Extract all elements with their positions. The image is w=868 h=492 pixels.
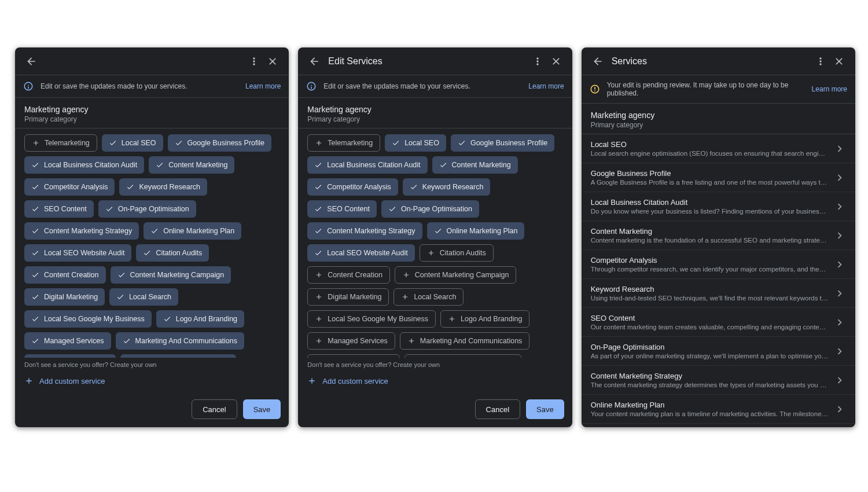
add-custom-service[interactable]: Add custom service bbox=[15, 368, 289, 394]
service-chip[interactable]: Local SEO bbox=[385, 134, 446, 152]
service-chip[interactable]: Local Seo Google My Business bbox=[24, 310, 152, 328]
close-button[interactable] bbox=[263, 52, 282, 71]
save-button[interactable]: Save bbox=[526, 399, 564, 419]
check-icon bbox=[117, 271, 126, 279]
service-chip[interactable]: Local Business Citation Audit bbox=[307, 156, 427, 174]
service-chip[interactable]: Digital Marketing bbox=[24, 288, 105, 306]
chip-label: Digital Marketing bbox=[328, 293, 381, 301]
service-chip[interactable]: Content Marketing bbox=[149, 156, 234, 174]
service-name: On-Page Optimisation bbox=[591, 343, 829, 351]
service-chip[interactable]: On-Page Optimisation bbox=[381, 200, 479, 218]
save-button[interactable]: Save bbox=[243, 399, 281, 419]
warning-icon bbox=[590, 84, 600, 94]
service-chip[interactable]: Local SEO bbox=[102, 134, 163, 152]
back-button[interactable] bbox=[22, 52, 41, 71]
close-icon bbox=[550, 56, 562, 67]
service-chip[interactable]: Telemarketing bbox=[24, 134, 97, 152]
service-chip[interactable]: SEO Content bbox=[307, 200, 377, 218]
service-chip[interactable]: Local SEO Website Audit bbox=[307, 244, 414, 262]
plus-icon bbox=[315, 271, 323, 279]
info-banner: Edit or save the updates made to your se… bbox=[298, 75, 572, 98]
service-chip[interactable]: Citation Audits bbox=[420, 244, 494, 262]
service-row[interactable]: Competitor AnalysisThrough competitor re… bbox=[582, 250, 855, 279]
service-chip[interactable]: Logo And Branding bbox=[440, 310, 529, 328]
service-chip[interactable]: Content Marketing bbox=[432, 156, 518, 174]
plus-icon bbox=[315, 337, 323, 345]
back-button[interactable] bbox=[589, 52, 607, 71]
service-name: Competitor Analysis bbox=[591, 256, 829, 265]
chips-area: TelemarketingLocal SEOGoogle Business Pr… bbox=[15, 128, 289, 358]
service-chip[interactable]: Telemarketing bbox=[307, 134, 380, 152]
service-row[interactable]: On-Page OptimisationAs part of your onli… bbox=[582, 337, 855, 366]
category-title: Marketing agency bbox=[307, 105, 562, 114]
check-icon bbox=[31, 205, 39, 213]
service-chip[interactable]: Content Creation bbox=[24, 266, 106, 284]
back-button[interactable] bbox=[305, 52, 323, 71]
learn-more-link[interactable]: Learn more bbox=[245, 82, 281, 90]
service-chip[interactable]: Keyword Research bbox=[119, 178, 207, 196]
service-chip[interactable]: Competitor Analysis bbox=[24, 178, 115, 196]
service-row[interactable]: Keyword ResearchUsing tried-and-tested S… bbox=[582, 279, 855, 308]
learn-more-link[interactable]: Learn more bbox=[528, 82, 564, 90]
service-chip[interactable]: Google Business Profile bbox=[451, 134, 554, 152]
service-desc: Through competitor research, we can iden… bbox=[591, 266, 829, 273]
service-chip[interactable]: Local Search bbox=[393, 288, 464, 306]
service-row[interactable]: Google Business ProfileA Google Business… bbox=[582, 163, 855, 192]
service-chip[interactable]: Marketing And Communications bbox=[116, 332, 244, 350]
service-row[interactable]: Content Marketing StrategyThe content ma… bbox=[582, 366, 855, 395]
service-chip[interactable]: Content Marketing Strategy bbox=[24, 222, 139, 240]
service-chip[interactable]: Keyword Research bbox=[403, 178, 491, 196]
footer: Cancel Save bbox=[15, 394, 289, 427]
service-chip[interactable]: Digital Marketing bbox=[307, 288, 389, 306]
chevron-right-icon bbox=[833, 316, 846, 329]
service-row[interactable]: SEO ContentOur content marketing team cr… bbox=[582, 308, 855, 337]
service-chip[interactable]: Local Search bbox=[109, 288, 178, 306]
service-row[interactable]: Online Marketing PlanYour content market… bbox=[582, 395, 855, 424]
service-chip[interactable]: Managed Services bbox=[24, 332, 111, 350]
service-chip[interactable]: Online Marketing Plan bbox=[144, 222, 241, 240]
service-chip[interactable]: Competitor Analysis bbox=[307, 178, 398, 196]
service-chip[interactable]: Local SEO Website Audit bbox=[24, 244, 131, 262]
more-button[interactable] bbox=[811, 52, 830, 71]
panel-edit-services: Edit Services Edit or save the updates m… bbox=[298, 47, 572, 427]
service-row[interactable]: Content MarketingContent marketing is th… bbox=[582, 221, 855, 250]
service-chip[interactable]: Local Business Citation Audit bbox=[24, 156, 144, 174]
more-button[interactable] bbox=[528, 52, 547, 71]
helper-text: Don't see a service you offer? Create yo… bbox=[15, 358, 289, 368]
chip-label: Competitor Analysis bbox=[44, 183, 108, 191]
check-icon bbox=[314, 227, 322, 235]
back-icon bbox=[592, 56, 604, 67]
chevron-right-icon bbox=[833, 374, 846, 387]
service-chip[interactable]: Google Business Profile bbox=[168, 134, 271, 152]
category-title: Marketing agency bbox=[591, 111, 846, 120]
close-button[interactable] bbox=[830, 52, 848, 71]
close-button[interactable] bbox=[547, 52, 565, 71]
services-list[interactable]: Local SEOLocal search engine optimisatio… bbox=[582, 134, 855, 427]
service-chip[interactable]: Managed Services bbox=[307, 332, 395, 350]
chevron-right-icon bbox=[833, 171, 846, 184]
service-row[interactable]: Local SEO Website AuditAn audit is a tho… bbox=[582, 424, 855, 427]
service-chip[interactable]: Online Marketing Plan bbox=[427, 222, 525, 240]
service-chip[interactable]: Citation Audits bbox=[136, 244, 209, 262]
service-chip[interactable]: SEO Content bbox=[24, 200, 94, 218]
check-icon bbox=[392, 139, 400, 147]
check-icon bbox=[175, 139, 183, 147]
learn-more-link[interactable]: Learn more bbox=[812, 85, 847, 93]
chip-label: Digital Marketing bbox=[44, 293, 98, 301]
chip-label: Local Search bbox=[414, 293, 456, 301]
banner-text: Edit or save the updates made to your se… bbox=[41, 82, 241, 90]
service-chip[interactable]: Logo And Branding bbox=[156, 310, 244, 328]
service-chip[interactable]: Marketing And Communications bbox=[400, 332, 529, 350]
cancel-button[interactable]: Cancel bbox=[475, 399, 520, 419]
service-row[interactable]: Local SEOLocal search engine optimisatio… bbox=[582, 134, 855, 163]
more-button[interactable] bbox=[245, 52, 263, 71]
service-chip[interactable]: Content Marketing Strategy bbox=[307, 222, 422, 240]
service-chip[interactable]: Content Marketing Campaign bbox=[395, 266, 517, 284]
add-custom-service[interactable]: Add custom service bbox=[298, 368, 572, 394]
cancel-button[interactable]: Cancel bbox=[192, 399, 237, 419]
service-chip[interactable]: Content Creation bbox=[307, 266, 390, 284]
service-chip[interactable]: On-Page Optimisation bbox=[98, 200, 196, 218]
service-chip[interactable]: Local Seo Google My Business bbox=[307, 310, 436, 328]
service-row[interactable]: Local Business Citation AuditDo you know… bbox=[582, 192, 855, 221]
service-chip[interactable]: Content Marketing Campaign bbox=[111, 266, 231, 284]
